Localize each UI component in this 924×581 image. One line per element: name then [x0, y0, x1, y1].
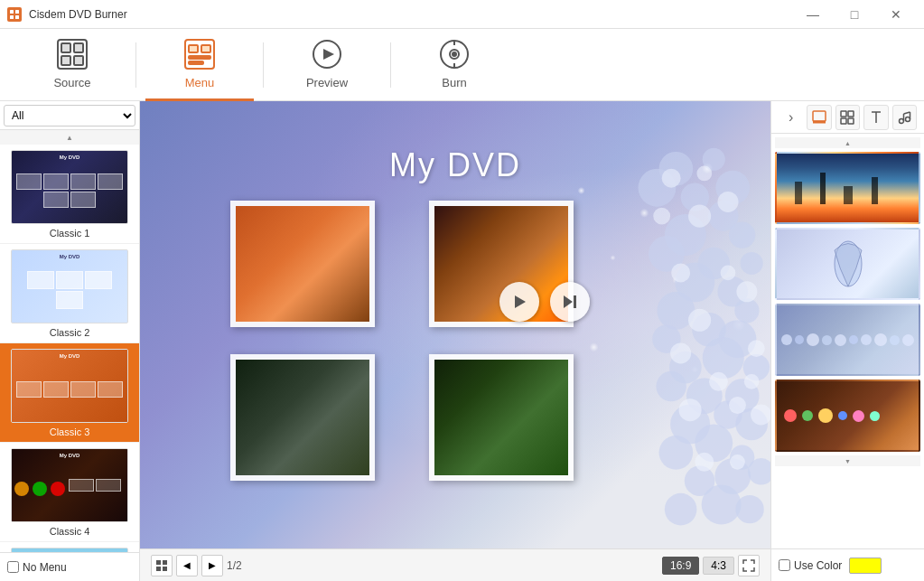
svg-line-94: [904, 112, 910, 114]
svg-marker-76: [564, 295, 573, 308]
music-btn[interactable]: [892, 105, 917, 130]
bg-scroll-down[interactable]: ▼: [775, 455, 920, 466]
main-content: All ▲ My DVD: [0, 101, 924, 581]
maximize-button[interactable]: □: [834, 0, 875, 29]
text-btn[interactable]: [863, 105, 888, 130]
template-classic5[interactable]: My DVD Classic 5: [0, 542, 139, 552]
preview-bar: ◀ ▶ 1/2 16:9 4:3: [140, 548, 770, 581]
play-controls: [499, 282, 590, 322]
skip-button[interactable]: [550, 282, 590, 322]
bg-item-2[interactable]: [775, 228, 920, 300]
sidebar: All ▲ My DVD: [0, 101, 140, 581]
toolbar-source[interactable]: Source: [18, 29, 126, 101]
template-thumb-classic3: My DVD: [11, 349, 128, 423]
bg-color-btn[interactable]: [807, 105, 831, 130]
play-button[interactable]: [499, 282, 539, 322]
svg-rect-1: [15, 10, 19, 14]
svg-point-61: [688, 205, 711, 228]
bg-item-4[interactable]: [775, 380, 920, 452]
svg-point-62: [671, 263, 690, 282]
svg-rect-0: [10, 10, 14, 14]
bg-scroll-up[interactable]: ▲: [775, 137, 920, 148]
toolbar-preview-label: Preview: [306, 76, 348, 89]
fullscreen-btn[interactable]: [738, 555, 760, 576]
minimize-button[interactable]: —: [792, 0, 834, 29]
photo-frame-3: [230, 354, 375, 481]
svg-point-43: [656, 371, 686, 402]
toolbar: Source Menu Preview Burn: [0, 29, 924, 101]
svg-point-48: [658, 436, 693, 470]
toolbar-preview[interactable]: Preview: [273, 29, 381, 101]
app-title: Cisdem DVD Burner: [29, 8, 127, 21]
template-thumb-classic4: My DVD: [11, 448, 128, 522]
toolbar-sep-1: [135, 42, 136, 88]
title-bar: Cisdem DVD Burner — □ ✕: [0, 0, 924, 29]
svg-point-64: [736, 281, 757, 302]
sidebar-footer: No Menu: [0, 552, 139, 581]
bg-item-3[interactable]: [775, 304, 920, 376]
preview-canvas: My DVD: [140, 101, 770, 548]
page-indicator: 1/2: [227, 559, 242, 572]
svg-rect-87: [848, 118, 854, 124]
svg-rect-5: [61, 43, 70, 52]
svg-rect-77: [574, 295, 576, 308]
svg-point-73: [695, 453, 714, 472]
svg-rect-12: [189, 56, 210, 59]
bg-item-1[interactable]: [775, 152, 920, 224]
grid-view-btn[interactable]: [151, 555, 173, 576]
svg-point-54: [665, 493, 697, 526]
template-classic1-label: Classic 1: [50, 227, 90, 239]
svg-rect-78: [156, 560, 161, 565]
template-thumb-classic1: My DVD: [11, 150, 128, 224]
svg-point-72: [751, 404, 770, 425]
template-thumb-classic5: My DVD: [11, 548, 128, 552]
toolbar-sep-2: [263, 42, 264, 88]
scroll-up[interactable]: ▲: [0, 130, 139, 145]
template-classic4[interactable]: My DVD Classic 4: [0, 443, 139, 542]
use-color-label[interactable]: Use Color: [779, 559, 842, 572]
prev-page-btn[interactable]: ◀: [176, 555, 198, 576]
use-color-checkbox[interactable]: [779, 559, 790, 571]
svg-point-70: [678, 398, 701, 421]
template-classic3[interactable]: My DVD Classic 3: [0, 343, 139, 443]
template-classic1[interactable]: My DVD Classic 1: [0, 145, 139, 244]
template-classic2[interactable]: My DVD Classic 2: [0, 244, 139, 343]
toolbar-source-label: Source: [53, 76, 90, 89]
aspect-4-3-btn[interactable]: 4:3: [703, 557, 734, 575]
svg-rect-8: [74, 56, 83, 65]
close-button[interactable]: ✕: [875, 0, 917, 29]
svg-marker-75: [515, 295, 526, 308]
next-page-btn[interactable]: ▶: [201, 555, 223, 576]
svg-rect-13: [189, 61, 203, 64]
expand-btn[interactable]: ›: [779, 105, 803, 130]
layout-btn[interactable]: [835, 105, 860, 130]
right-panel: ›: [770, 101, 924, 581]
aspect-16-9-btn[interactable]: 16:9: [662, 557, 699, 575]
svg-rect-11: [201, 45, 210, 52]
svg-rect-6: [74, 43, 83, 52]
template-classic2-label: Classic 2: [50, 326, 90, 339]
photo-frame-4: [429, 354, 574, 481]
svg-point-31: [740, 252, 762, 275]
no-menu-checkbox[interactable]: [7, 561, 19, 573]
svg-rect-10: [189, 45, 198, 52]
template-list: ▲ My DVD: [0, 130, 139, 552]
svg-rect-85: [848, 111, 854, 117]
svg-point-63: [721, 266, 736, 281]
svg-rect-84: [841, 111, 846, 117]
right-panel-footer: Use Color: [771, 548, 924, 581]
photo-grid: [230, 201, 574, 481]
color-swatch[interactable]: [849, 558, 882, 574]
app-icon: [7, 7, 22, 22]
preview-area: My DVD: [140, 101, 770, 581]
svg-point-55: [702, 484, 742, 524]
no-menu-label[interactable]: No Menu: [7, 561, 67, 574]
filter-select[interactable]: All: [4, 105, 135, 127]
toolbar-menu[interactable]: Menu: [145, 29, 254, 101]
svg-point-56: [735, 495, 763, 523]
template-classic3-label: Classic 3: [50, 426, 90, 438]
preview-bar-left: ◀ ▶ 1/2: [151, 555, 242, 576]
svg-point-28: [729, 221, 755, 248]
toolbar-sep-3: [390, 42, 391, 88]
toolbar-burn[interactable]: Burn: [400, 29, 509, 101]
